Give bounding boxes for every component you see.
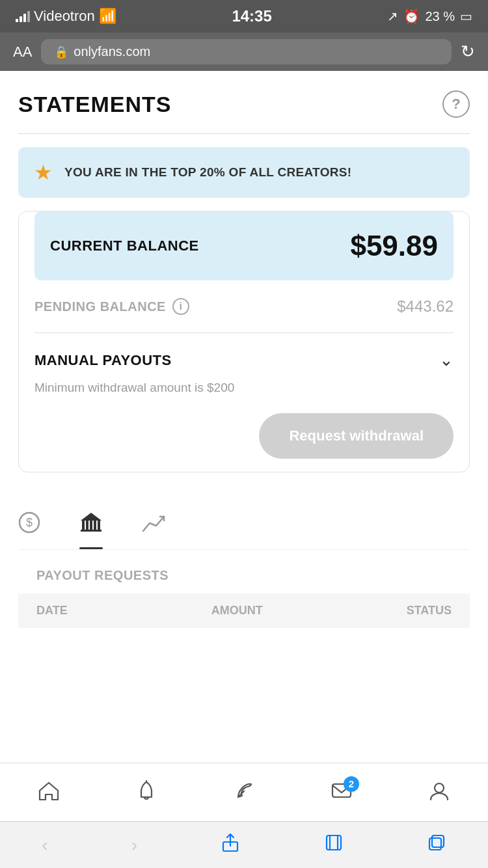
url-text: onlyfans.com	[74, 44, 150, 59]
battery-level: 23 %	[425, 9, 455, 24]
table-col-amount: AMOUNT	[211, 604, 263, 617]
browser-back-button[interactable]: ‹	[42, 835, 47, 856]
browser-bottom-bar: ‹ ›	[0, 821, 488, 868]
person-icon	[428, 780, 450, 807]
location-icon: ↗	[387, 8, 398, 24]
manual-payouts-section: MANUAL PAYOUTS ⌄ Minimum withdrawal amou…	[34, 333, 454, 472]
current-balance-amount: $59.89	[350, 230, 438, 262]
status-left: Videotron 📶	[16, 8, 116, 25]
nav-profile[interactable]	[428, 780, 450, 807]
page-header: STATEMENTS ?	[18, 90, 470, 118]
table-col-status: STATUS	[407, 604, 452, 617]
pending-balance-row: PENDING BALANCE i $443.62	[34, 280, 454, 333]
tab-bank[interactable]	[79, 511, 103, 549]
payouts-header: MANUAL PAYOUTS ⌄	[34, 350, 454, 370]
browser-forward-button[interactable]: ›	[131, 835, 137, 856]
battery-icon: ▭	[460, 8, 472, 24]
messages-badge: 2	[344, 776, 359, 792]
alarm-icon: ⏰	[403, 8, 420, 24]
current-balance-card: CURRENT BALANCE $59.89	[34, 211, 454, 280]
home-icon	[38, 780, 60, 807]
nav-post[interactable]	[233, 780, 255, 807]
url-bar[interactable]: 🔒 onlyfans.com	[41, 39, 452, 64]
reload-button[interactable]: ↻	[461, 42, 475, 62]
carrier-name: Videotron	[34, 8, 95, 25]
page-content: STATEMENTS ? ★ YOU ARE IN THE TOP 20% OF…	[0, 71, 488, 628]
payout-requests-label: PAYOUT REQUESTS	[36, 568, 452, 583]
table-header-row: DATE AMOUNT STATUS	[18, 593, 470, 628]
svg-rect-4	[90, 521, 92, 530]
help-button[interactable]: ?	[442, 90, 470, 118]
payouts-title: MANUAL PAYOUTS	[34, 352, 172, 369]
svg-rect-5	[94, 521, 96, 530]
status-right: ↗ ⏰ 23 % ▭	[387, 8, 472, 24]
signal-icon	[16, 10, 30, 22]
pending-info-icon[interactable]: i	[172, 298, 189, 315]
question-icon: ?	[452, 96, 460, 113]
current-balance-label: CURRENT BALANCE	[50, 237, 199, 254]
bank-icon	[79, 511, 103, 539]
bottom-nav: 2 ‹ ›	[0, 763, 488, 868]
header-divider	[18, 133, 470, 134]
star-icon: ★	[34, 160, 53, 185]
banner-text: YOU ARE IN THE TOP 20% OF ALL CREATORS!	[64, 165, 351, 180]
svg-rect-6	[98, 521, 100, 530]
main-card: CURRENT BALANCE $59.89 PENDING BALANCE i…	[18, 211, 470, 472]
pending-balance-label-group: PENDING BALANCE i	[34, 298, 189, 315]
pending-balance-amount: $443.62	[397, 297, 454, 316]
request-btn-wrapper: Request withdrawal	[34, 413, 454, 459]
table-col-date: DATE	[36, 604, 68, 617]
tab-chart[interactable]	[142, 511, 165, 549]
svg-rect-2	[82, 521, 85, 530]
nav-messages[interactable]: 2	[331, 780, 353, 807]
svg-rect-3	[86, 521, 88, 530]
pending-balance-label: PENDING BALANCE	[34, 299, 166, 314]
status-time: 14:35	[232, 7, 271, 25]
browser-tabs-button[interactable]	[427, 833, 446, 857]
lock-icon: 🔒	[54, 45, 68, 59]
svg-rect-7	[81, 530, 102, 532]
svg-rect-14	[327, 835, 341, 850]
bottom-nav-items: 2	[0, 763, 488, 821]
payouts-chevron-icon[interactable]: ⌄	[439, 350, 454, 370]
browser-bar: AA 🔒 onlyfans.com ↻	[0, 33, 488, 71]
tab-dollar[interactable]: $	[18, 511, 40, 549]
page-title: STATEMENTS	[18, 92, 171, 117]
wifi-icon: 📶	[99, 8, 116, 25]
tabs-row: $	[18, 492, 470, 550]
chart-icon	[142, 511, 165, 539]
browser-bookmarks-button[interactable]	[324, 833, 344, 857]
nav-home[interactable]	[38, 780, 60, 807]
top-banner: ★ YOU ARE IN THE TOP 20% OF ALL CREATORS…	[18, 147, 470, 198]
payouts-subtitle: Minimum withdrawal amount is $200	[34, 381, 454, 395]
request-withdrawal-button[interactable]: Request withdrawal	[259, 413, 454, 459]
svg-marker-8	[81, 513, 102, 521]
svg-rect-16	[432, 835, 444, 847]
status-bar: Videotron 📶 14:35 ↗ ⏰ 23 % ▭	[0, 0, 488, 33]
nav-notifications[interactable]	[135, 780, 157, 807]
svg-rect-15	[429, 838, 441, 850]
bell-icon	[135, 780, 157, 807]
svg-point-12	[435, 783, 444, 793]
dollar-icon: $	[18, 511, 40, 539]
browser-share-button[interactable]	[221, 833, 240, 857]
feather-icon	[233, 780, 255, 807]
font-size-control[interactable]: AA	[13, 44, 32, 61]
svg-text:$: $	[26, 516, 33, 529]
